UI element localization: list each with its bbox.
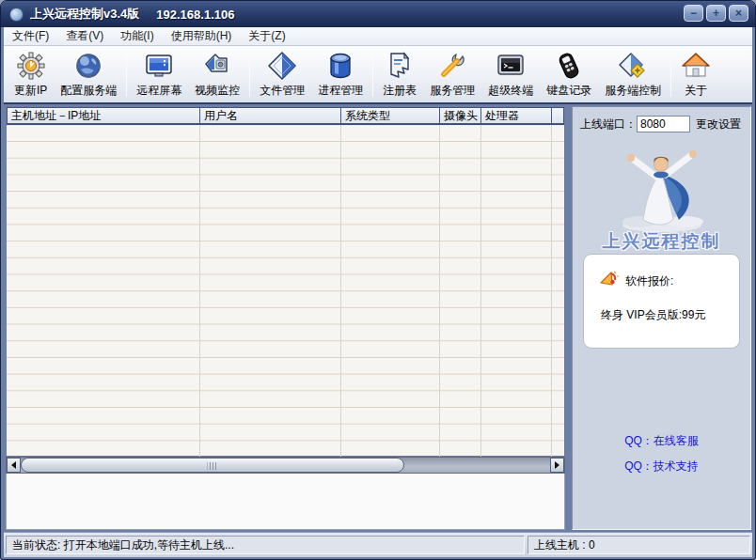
toolbar-process-manager[interactable]: 进程管理 bbox=[311, 48, 370, 101]
column-header-cpu[interactable]: 处理器 bbox=[481, 107, 552, 124]
gear-icon bbox=[16, 51, 46, 81]
column-header-os-type[interactable]: 系统类型 bbox=[341, 107, 440, 124]
toolbar-label: 更新IP bbox=[14, 83, 47, 99]
scroll-right-button[interactable] bbox=[550, 458, 564, 473]
toolbar-about[interactable]: 关于 bbox=[674, 48, 717, 101]
toolbar-service-manager[interactable]: 服务管理 bbox=[423, 48, 481, 101]
toolbar-server-control[interactable]: 服务端控制 bbox=[598, 48, 668, 101]
scrollbar-thumb[interactable] bbox=[21, 458, 404, 473]
lower-blank-panel bbox=[6, 474, 565, 530]
horizontal-scrollbar[interactable] bbox=[6, 457, 565, 474]
toolbar-label: 服务端控制 bbox=[605, 83, 661, 99]
scrollbar-grip-icon bbox=[208, 462, 218, 470]
window-title: 上兴远程控制v3.4版 bbox=[30, 6, 139, 23]
toolbar-video-monitor[interactable]: 视频监控 bbox=[188, 48, 246, 101]
scroll-left-button[interactable] bbox=[7, 458, 21, 473]
qq-tech-support-link[interactable]: QQ：技术支持 bbox=[573, 459, 750, 474]
port-label: 上线端口： bbox=[580, 117, 637, 132]
app-window: 上兴远程控制v3.4版 192.168.1.106 − + × 文件(F) 查看… bbox=[0, 0, 756, 560]
file-icon bbox=[267, 51, 297, 81]
maximize-button[interactable]: + bbox=[706, 5, 726, 22]
toolbar-separator bbox=[126, 52, 127, 97]
home-icon bbox=[681, 51, 711, 81]
qq-customer-service-link[interactable]: QQ：在线客服 bbox=[573, 433, 750, 449]
toolbar: 更新IP 配置服务端 bbox=[4, 46, 752, 104]
database-icon bbox=[325, 51, 355, 81]
menu-help[interactable]: 使用帮助(H) bbox=[163, 26, 241, 46]
close-button[interactable]: × bbox=[729, 5, 748, 22]
host-list-header: 主机地址－IP地址 用户名 系统类型 摄像头 处理器 bbox=[7, 107, 564, 125]
video-icon bbox=[202, 51, 232, 81]
toolbar-configure-server[interactable]: 配置服务端 bbox=[54, 48, 123, 101]
toolbar-label: 文件管理 bbox=[260, 83, 305, 99]
keylogger-icon bbox=[554, 51, 584, 81]
menu-view[interactable]: 查看(V) bbox=[57, 26, 112, 46]
registry-icon bbox=[385, 51, 415, 81]
toolbar-keylogger[interactable]: 键盘记录 bbox=[540, 48, 598, 101]
toolbar-label: 注册表 bbox=[383, 83, 417, 99]
status-current-state: 当前状态: 打开本地端口成功,等待主机上线... bbox=[6, 536, 525, 554]
change-settings-button[interactable]: 更改设置 bbox=[696, 117, 741, 132]
mascot-figure bbox=[606, 147, 718, 237]
side-panel: 上线端口： 更改设置 上兴远程控制 bbox=[572, 106, 751, 530]
status-online-hosts: 上线主机 : 0 bbox=[528, 536, 750, 554]
toolbar-registry[interactable]: 注册表 bbox=[376, 48, 423, 101]
menu-file[interactable]: 文件(F) bbox=[4, 26, 57, 46]
status-bar: 当前状态: 打开本地端口成功,等待主机上线... 上线主机 : 0 bbox=[4, 532, 752, 557]
toolbar-label: 关于 bbox=[685, 83, 707, 99]
price-box: 软件报价: 终身 VIP会员版:99元 bbox=[583, 254, 740, 349]
grid-line bbox=[439, 125, 440, 457]
toolbar-separator bbox=[249, 52, 250, 97]
menu-function[interactable]: 功能(I) bbox=[112, 26, 162, 46]
globe-icon bbox=[73, 51, 103, 81]
toolbar-label: 远程屏幕 bbox=[136, 83, 181, 99]
grid-line bbox=[340, 125, 341, 457]
server-control-icon bbox=[618, 51, 648, 81]
grid-line bbox=[551, 125, 552, 457]
host-list-body bbox=[7, 125, 564, 457]
app-icon[interactable] bbox=[9, 8, 24, 22]
price-title: 软件报价: bbox=[625, 273, 673, 289]
toolbar-label: 进程管理 bbox=[318, 83, 363, 99]
horn-icon bbox=[599, 270, 620, 292]
toolbar-label: 键盘记录 bbox=[546, 83, 591, 99]
toolbar-label: 超级终端 bbox=[488, 83, 533, 99]
column-header-username[interactable]: 用户名 bbox=[200, 107, 341, 124]
column-header-stub bbox=[552, 107, 564, 124]
window-title-ip: 192.168.1.106 bbox=[156, 8, 234, 22]
toolbar-file-manager[interactable]: 文件管理 bbox=[253, 48, 311, 101]
monitor-icon bbox=[144, 51, 174, 81]
scroll-left-icon bbox=[11, 461, 16, 469]
wrench-icon bbox=[437, 51, 467, 81]
toolbar-update-ip[interactable]: 更新IP bbox=[8, 48, 54, 101]
scroll-right-icon bbox=[555, 461, 559, 469]
toolbar-remote-screen[interactable]: 远程屏幕 bbox=[130, 48, 188, 101]
toolbar-label: 视频监控 bbox=[195, 83, 240, 99]
grid-line bbox=[480, 125, 481, 457]
toolbar-separator bbox=[372, 52, 373, 97]
port-input[interactable] bbox=[637, 116, 690, 132]
toolbar-label: 配置服务端 bbox=[60, 83, 117, 99]
menu-about[interactable]: 关于(Z) bbox=[240, 26, 293, 46]
brand-logo-text: 上兴远程控制 bbox=[573, 229, 750, 254]
toolbar-separator bbox=[670, 52, 671, 97]
terminal-icon bbox=[496, 51, 526, 81]
column-header-camera[interactable]: 摄像头 bbox=[440, 107, 481, 124]
toolbar-label: 服务管理 bbox=[430, 83, 475, 99]
toolbar-super-terminal[interactable]: 超级终端 bbox=[481, 48, 540, 101]
column-header-host-ip[interactable]: 主机地址－IP地址 bbox=[7, 107, 200, 124]
price-detail: 终身 VIP会员版:99元 bbox=[601, 307, 705, 323]
grid-line bbox=[199, 125, 200, 457]
menu-bar: 文件(F) 查看(V) 功能(I) 使用帮助(H) 关于(Z) bbox=[4, 27, 752, 46]
host-list: 主机地址－IP地址 用户名 系统类型 摄像头 处理器 bbox=[6, 106, 565, 457]
title-bar[interactable]: 上兴远程控制v3.4版 192.168.1.106 − + × bbox=[1, 1, 755, 27]
minimize-button[interactable]: − bbox=[684, 5, 703, 22]
